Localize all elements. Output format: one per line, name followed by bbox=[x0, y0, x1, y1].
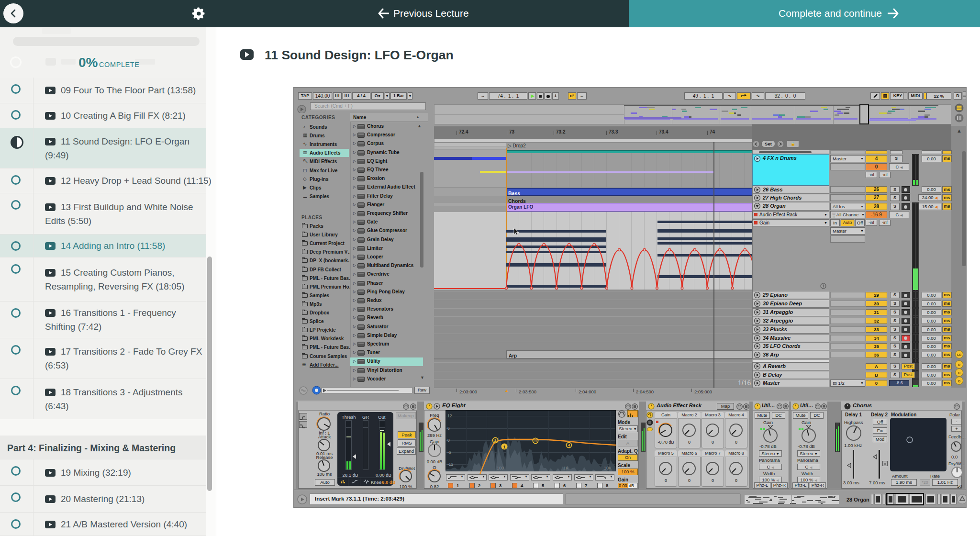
svg-text:2: 2 bbox=[494, 438, 497, 443]
svg-text:4: 4 bbox=[568, 443, 570, 447]
svg-text:1: 1 bbox=[503, 445, 506, 449]
svg-text:3: 3 bbox=[535, 439, 537, 443]
